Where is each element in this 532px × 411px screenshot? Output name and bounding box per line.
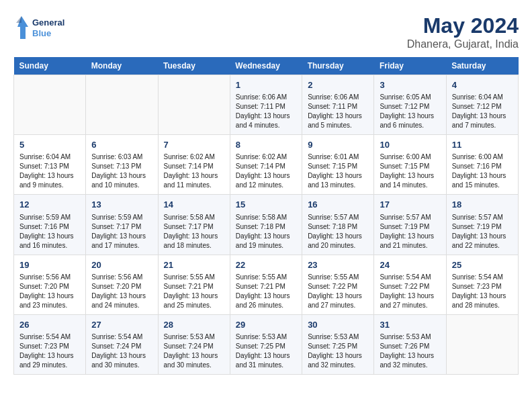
day-info: Sunset: 7:16 PM bbox=[452, 162, 513, 171]
day-number: 11 bbox=[452, 139, 513, 151]
day-info: Sunset: 7:26 PM bbox=[380, 342, 440, 351]
day-info: and 15 minutes. bbox=[452, 181, 513, 190]
day-info: and 7 minutes. bbox=[452, 121, 513, 130]
day-info: and 32 minutes. bbox=[308, 361, 368, 370]
day-info: and 25 minutes. bbox=[164, 301, 224, 310]
day-info: Sunset: 7:25 PM bbox=[236, 342, 296, 351]
day-number: 22 bbox=[236, 259, 296, 271]
calendar-day-24: 24Sunrise: 5:54 AMSunset: 7:22 PMDayligh… bbox=[374, 255, 446, 314]
calendar-day-empty bbox=[86, 75, 158, 135]
calendar-day-3: 3Sunrise: 6:05 AMSunset: 7:12 PMDaylight… bbox=[374, 75, 446, 135]
day-info: Daylight: 13 hours bbox=[452, 291, 513, 301]
day-number: 6 bbox=[91, 139, 152, 151]
day-info: Daylight: 13 hours bbox=[308, 171, 368, 181]
day-number: 5 bbox=[19, 139, 80, 151]
day-info: Sunset: 7:22 PM bbox=[380, 282, 440, 291]
day-info: Sunrise: 5:54 AM bbox=[19, 332, 80, 342]
day-info: and 27 minutes. bbox=[308, 301, 368, 310]
calendar-day-7: 7Sunrise: 6:02 AMSunset: 7:14 PMDaylight… bbox=[158, 135, 230, 195]
day-info: Sunset: 7:19 PM bbox=[452, 222, 513, 232]
calendar-week-1: 1Sunrise: 6:06 AMSunset: 7:11 PMDaylight… bbox=[14, 75, 519, 135]
calendar-day-12: 12Sunrise: 5:59 AMSunset: 7:16 PMDayligh… bbox=[14, 195, 86, 255]
day-info: Daylight: 13 hours bbox=[308, 111, 368, 121]
day-info: Sunset: 7:11 PM bbox=[236, 102, 296, 111]
day-info: Daylight: 13 hours bbox=[19, 291, 80, 301]
calendar-day-1: 1Sunrise: 6:06 AMSunset: 7:11 PMDaylight… bbox=[230, 75, 302, 135]
svg-text:General: General bbox=[32, 17, 64, 28]
calendar-day-28: 28Sunrise: 5:53 AMSunset: 7:24 PMDayligh… bbox=[158, 314, 230, 374]
calendar-body: 1Sunrise: 6:06 AMSunset: 7:11 PMDaylight… bbox=[14, 75, 519, 375]
day-info: Daylight: 13 hours bbox=[380, 232, 440, 241]
day-number: 3 bbox=[380, 79, 440, 91]
calendar-day-6: 6Sunrise: 6:03 AMSunset: 7:13 PMDaylight… bbox=[86, 135, 158, 195]
svg-marker-3 bbox=[16, 16, 21, 23]
day-info: Daylight: 13 hours bbox=[91, 171, 152, 181]
day-number: 17 bbox=[380, 199, 440, 211]
day-info: Sunrise: 5:55 AM bbox=[308, 273, 368, 282]
day-number: 26 bbox=[19, 319, 80, 331]
day-info: Daylight: 13 hours bbox=[380, 291, 440, 301]
day-info: Sunrise: 5:57 AM bbox=[308, 213, 368, 222]
day-number: 2 bbox=[308, 79, 368, 91]
day-number: 4 bbox=[452, 79, 513, 91]
day-info: Sunset: 7:12 PM bbox=[452, 102, 513, 111]
day-number: 12 bbox=[19, 199, 80, 211]
day-info: and 24 minutes. bbox=[91, 301, 152, 310]
calendar-day-22: 22Sunrise: 5:55 AMSunset: 7:21 PMDayligh… bbox=[230, 255, 302, 314]
day-info: Sunrise: 6:03 AM bbox=[91, 152, 152, 162]
day-info: Daylight: 13 hours bbox=[236, 171, 296, 181]
day-info: Sunset: 7:20 PM bbox=[91, 282, 152, 291]
calendar-header-saturday: Saturday bbox=[446, 57, 518, 75]
day-number: 18 bbox=[452, 199, 513, 211]
day-info: and 9 minutes. bbox=[19, 181, 80, 190]
day-info: Daylight: 13 hours bbox=[308, 232, 368, 241]
day-info: Daylight: 13 hours bbox=[236, 351, 296, 361]
day-number: 29 bbox=[236, 319, 296, 331]
day-info: and 30 minutes. bbox=[91, 361, 152, 370]
calendar-day-2: 2Sunrise: 6:06 AMSunset: 7:11 PMDaylight… bbox=[302, 75, 374, 135]
day-number: 21 bbox=[164, 259, 224, 271]
day-number: 8 bbox=[236, 139, 296, 151]
day-info: Sunrise: 5:53 AM bbox=[380, 332, 440, 342]
day-info: and 27 minutes. bbox=[380, 301, 440, 310]
calendar-day-15: 15Sunrise: 5:58 AMSunset: 7:18 PMDayligh… bbox=[230, 195, 302, 255]
day-info: Daylight: 13 hours bbox=[91, 351, 152, 361]
calendar-header-wednesday: Wednesday bbox=[230, 57, 302, 75]
day-info: Sunset: 7:21 PM bbox=[164, 282, 224, 291]
calendar-day-17: 17Sunrise: 5:57 AMSunset: 7:19 PMDayligh… bbox=[374, 195, 446, 255]
day-info: Daylight: 13 hours bbox=[91, 291, 152, 301]
day-info: Sunrise: 5:57 AM bbox=[380, 213, 440, 222]
day-number: 28 bbox=[164, 319, 224, 331]
day-info: Sunrise: 5:58 AM bbox=[164, 213, 224, 222]
calendar-day-11: 11Sunrise: 6:00 AMSunset: 7:16 PMDayligh… bbox=[446, 135, 518, 195]
day-info: Sunrise: 5:53 AM bbox=[164, 332, 224, 342]
day-info: and 17 minutes. bbox=[91, 241, 152, 250]
day-info: Daylight: 13 hours bbox=[452, 111, 513, 121]
day-info: and 18 minutes. bbox=[164, 241, 224, 250]
day-info: Sunrise: 5:54 AM bbox=[452, 273, 513, 282]
day-info: Sunset: 7:14 PM bbox=[164, 162, 224, 171]
day-info: Sunset: 7:11 PM bbox=[308, 102, 368, 111]
calendar-day-23: 23Sunrise: 5:55 AMSunset: 7:22 PMDayligh… bbox=[302, 255, 374, 314]
calendar-day-empty bbox=[14, 75, 86, 135]
day-info: Sunrise: 5:56 AM bbox=[91, 273, 152, 282]
day-info: Sunset: 7:17 PM bbox=[91, 222, 152, 232]
day-info: and 6 minutes. bbox=[380, 121, 440, 130]
day-info: and 29 minutes. bbox=[19, 361, 80, 370]
day-info: and 30 minutes. bbox=[164, 361, 224, 370]
day-info: Daylight: 13 hours bbox=[164, 351, 224, 361]
day-info: Daylight: 13 hours bbox=[380, 171, 440, 181]
calendar-day-18: 18Sunrise: 5:57 AMSunset: 7:19 PMDayligh… bbox=[446, 195, 518, 255]
day-number: 31 bbox=[380, 319, 440, 331]
day-info: Sunrise: 5:54 AM bbox=[91, 332, 152, 342]
logo: General Blue bbox=[13, 13, 74, 43]
day-info: Sunrise: 5:59 AM bbox=[91, 213, 152, 222]
day-number: 9 bbox=[308, 139, 368, 151]
calendar-header-sunday: Sunday bbox=[14, 57, 86, 75]
day-info: Sunset: 7:17 PM bbox=[164, 222, 224, 232]
day-info: Daylight: 13 hours bbox=[380, 351, 440, 361]
day-info: Sunrise: 5:57 AM bbox=[452, 213, 513, 222]
day-info: and 13 minutes. bbox=[308, 181, 368, 190]
day-number: 25 bbox=[452, 259, 513, 271]
day-info: Sunrise: 6:06 AM bbox=[236, 93, 296, 102]
